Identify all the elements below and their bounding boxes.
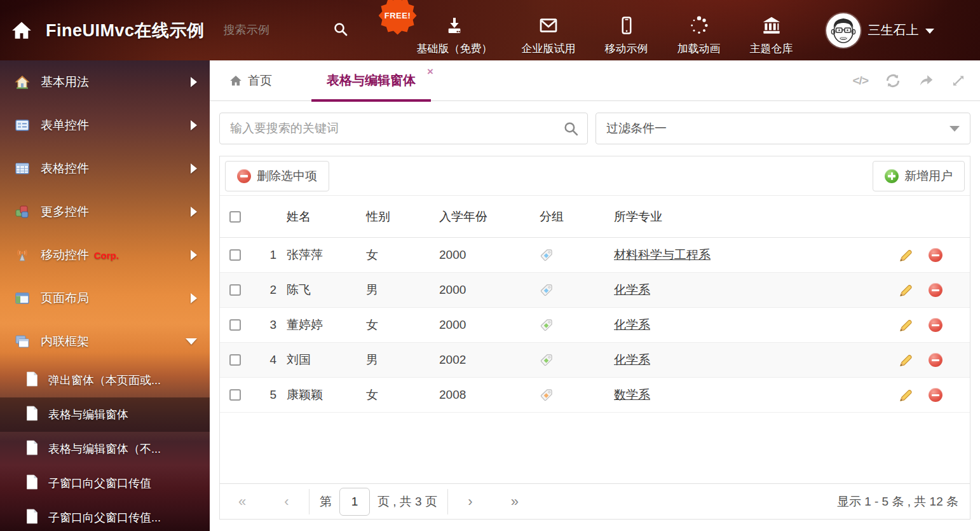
nav-item-mobile-demo[interactable]: 移动示例: [605, 5, 648, 56]
tab-active-label: 表格与编辑窗体: [311, 72, 431, 89]
column-header-name[interactable]: 姓名: [287, 209, 366, 225]
major-link[interactable]: 化学系: [614, 353, 650, 366]
row-checkbox[interactable]: [229, 284, 241, 296]
cell-year: 2000: [439, 318, 540, 332]
nav-item-label: 企业版试用: [522, 41, 576, 56]
edit-pencil-icon[interactable]: [899, 353, 913, 368]
delete-row-icon[interactable]: [929, 283, 943, 297]
nav-search: [224, 22, 348, 39]
sidebar-item-more-controls[interactable]: 更多控件: [0, 190, 210, 233]
nav-item-basic-free[interactable]: FREE! 基础版（免费）: [417, 5, 493, 56]
sidebar-item-basic-usage[interactable]: 基本用法: [0, 60, 210, 104]
first-page-button[interactable]: «: [220, 493, 264, 510]
delete-selected-button[interactable]: 删除选中项: [225, 161, 329, 191]
refresh-icon[interactable]: [885, 72, 901, 89]
next-page-button[interactable]: ›: [448, 493, 493, 510]
nav-item-label: 主题仓库: [750, 41, 793, 56]
tab-bar: 首页 表格与编辑窗体 × </>: [210, 60, 980, 101]
home-icon[interactable]: [9, 20, 34, 41]
cell-gender: 女: [366, 387, 439, 403]
search-icon[interactable]: [563, 121, 579, 139]
prev-page-button[interactable]: ‹: [264, 493, 309, 510]
table-row: 4 刘国 男 2002 化学系: [220, 343, 970, 378]
file-icon: [25, 509, 39, 527]
sidebar-item-page-layout[interactable]: 页面布局: [0, 277, 210, 320]
sidebar-item-form-controls[interactable]: 表单控件: [0, 104, 210, 147]
cell-name: 刘国: [287, 352, 366, 368]
column-header-group[interactable]: 分组: [540, 209, 614, 225]
delete-row-icon[interactable]: [929, 353, 943, 367]
nav-item-loading-animations[interactable]: 加载动画: [677, 5, 721, 56]
cell-gender: 女: [366, 317, 439, 333]
sidebar-subitem-label: 子窗口向父窗口传值...: [48, 510, 161, 525]
expand-icon[interactable]: [951, 73, 966, 88]
page-number-input[interactable]: [339, 488, 370, 516]
sidebar-subitem-child-to-parent[interactable]: 子窗口向父窗口传值: [0, 466, 210, 500]
chevron-down-icon: [925, 29, 934, 34]
major-link[interactable]: 数学系: [614, 388, 650, 401]
file-icon: [25, 440, 39, 458]
phone-icon: [617, 14, 636, 37]
tag-icon: [540, 249, 553, 262]
edit-pencil-icon[interactable]: [899, 248, 913, 263]
cell-gender: 男: [366, 352, 439, 368]
row-index: 5: [248, 388, 287, 402]
table-icon: [14, 161, 31, 176]
edit-pencil-icon[interactable]: [899, 318, 913, 333]
row-checkbox[interactable]: [229, 319, 241, 331]
table-header-row: 姓名 性别 入学年份 分组 所学专业: [220, 196, 970, 238]
filter-row: 过滤条件一: [210, 101, 980, 144]
share-icon[interactable]: [918, 72, 934, 89]
chevron-right-icon: [191, 120, 197, 130]
major-link[interactable]: 化学系: [614, 283, 650, 296]
row-checkbox[interactable]: [229, 354, 241, 366]
sidebar-subitem-grid-edit-window-2[interactable]: 表格与编辑窗体（不...: [0, 432, 210, 466]
major-link[interactable]: 化学系: [614, 318, 650, 331]
nav-search-input[interactable]: [224, 24, 319, 37]
last-page-button[interactable]: »: [493, 493, 537, 510]
app-title: FineUIMvc在线示例: [46, 19, 205, 42]
add-user-label: 新增用户: [904, 168, 953, 184]
source-code-icon[interactable]: </>: [853, 74, 868, 88]
close-icon[interactable]: ×: [427, 66, 433, 78]
nav-item-theme-repo[interactable]: 主题仓库: [750, 5, 793, 56]
sidebar-item-iframe[interactable]: 内联框架: [0, 320, 210, 363]
sidebar-subitem-child-to-parent-2[interactable]: 子窗口向父窗口传值...: [0, 500, 210, 531]
search-icon[interactable]: [333, 22, 348, 39]
major-link[interactable]: 材料科学与工程系: [614, 248, 711, 261]
select-all-checkbox[interactable]: [229, 211, 241, 223]
add-user-button[interactable]: 新增用户: [873, 161, 965, 191]
windows-icon: [14, 334, 31, 349]
minus-circle-icon: [237, 169, 251, 183]
column-header-major[interactable]: 所学专业: [614, 209, 899, 225]
delete-row-icon[interactable]: [929, 318, 943, 332]
tab-grid-edit-window[interactable]: 表格与编辑窗体 ×: [311, 60, 431, 101]
bank-icon: [761, 14, 782, 37]
delete-row-icon[interactable]: [929, 388, 943, 402]
filter-dropdown[interactable]: 过滤条件一: [595, 113, 970, 144]
form-icon: [14, 118, 31, 133]
delete-row-icon[interactable]: [929, 248, 943, 262]
sidebar-item-grid-controls[interactable]: 表格控件: [0, 147, 210, 190]
sidebar-subitem-label: 弹出窗体（本页面或...: [48, 373, 161, 388]
edit-pencil-icon[interactable]: [899, 283, 913, 298]
row-checkbox[interactable]: [229, 249, 241, 261]
page-suffix-label: 页 , 共 3 页: [378, 493, 437, 510]
cell-gender: 男: [366, 282, 439, 298]
row-checkbox[interactable]: [229, 389, 241, 401]
keyword-search-input[interactable]: [219, 113, 588, 144]
plus-circle-icon: [885, 169, 899, 183]
column-header-year[interactable]: 入学年份: [439, 209, 540, 225]
envelope-icon: [538, 14, 559, 37]
sidebar-item-label: 基本用法: [41, 74, 89, 90]
user-menu[interactable]: 三生石上: [826, 13, 934, 48]
edit-pencil-icon[interactable]: [899, 388, 913, 403]
main-content: 首页 表格与编辑窗体 × </>: [210, 60, 980, 531]
tab-home[interactable]: 首页: [229, 72, 272, 89]
sidebar-item-mobile-controls[interactable]: 移动控件 Corp.: [0, 233, 210, 277]
sidebar-subitem-grid-edit-window[interactable]: 表格与编辑窗体: [0, 397, 210, 432]
column-header-gender[interactable]: 性别: [366, 209, 439, 225]
sidebar-subitem-popup-window[interactable]: 弹出窗体（本页面或...: [0, 363, 210, 397]
sidebar-item-label: 内联框架: [41, 333, 89, 350]
nav-item-enterprise-trial[interactable]: 企业版试用: [522, 5, 576, 56]
